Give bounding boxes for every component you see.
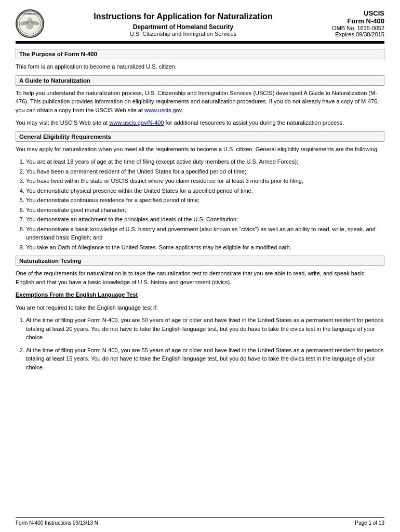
eligibility-title: General Eligibility Requirements — [19, 134, 111, 140]
guide-section-header: A Guide to Naturalization — [16, 75, 384, 86]
guide-title: A Guide to Naturalization — [19, 77, 90, 84]
guide-para1-text: To help you understand the naturalizatio… — [16, 90, 379, 113]
uscis-label: USCIS — [317, 9, 384, 17]
testing-title: Naturalization Testing — [19, 258, 81, 264]
guide-para2-post: for additional resources to assist you d… — [164, 119, 344, 126]
list-item: You have been a permanent resident of th… — [26, 167, 384, 176]
footer-left: Form N-400 Instructions 09/13/13 N — [16, 520, 98, 526]
list-item: You demonstrate an attachment to the pri… — [26, 215, 384, 224]
exemptions-list: At the time of filing your Form N-400, y… — [26, 316, 384, 371]
exemption-item-2: At the time of filing your Form N-400, y… — [26, 346, 384, 372]
uscis-gov-link[interactable]: www.uscis.gov — [144, 107, 181, 113]
guide-para2-pre: You may visit the USCIS Web site at — [16, 119, 109, 126]
exemption-item-1: At the time of filing your Form N-400, y… — [26, 316, 384, 342]
dept-name: Department of Homeland Security — [49, 23, 317, 31]
list-item: You are at least 18 years of age at the … — [26, 157, 384, 166]
guide-para1-end: . — [181, 107, 183, 113]
black-divider — [16, 41, 384, 44]
exemptions-title: Exemptions From the English Language Tes… — [16, 290, 384, 299]
guide-para1: To help you understand the naturalizatio… — [16, 89, 384, 115]
purpose-title: The Purpose of Form N-400 — [19, 51, 97, 57]
purpose-body: This form is an application to become a … — [16, 62, 384, 71]
omb-number: OMB No. 1615-0052 — [317, 25, 384, 31]
expires-date: Expires 09/30/2015 — [317, 31, 384, 37]
exemptions-intro: You are not required to take the English… — [16, 303, 384, 312]
form-number: Form N-400 — [317, 17, 384, 25]
footer-right: Page 1 of 13 — [355, 520, 384, 526]
list-item: You take an Oath of Allegiance to the Un… — [26, 243, 384, 252]
page-footer: Form N-400 Instructions 09/13/13 N Page … — [16, 517, 384, 526]
list-item: You demonstrate good moral character; — [26, 206, 384, 215]
dept-sub: U.S. Citizenship and Immigration Service… — [49, 31, 317, 37]
list-item: You demonstrate physical presence within… — [26, 187, 384, 195]
list-item: You demonstrate a basic knowledge of U.S… — [26, 225, 384, 242]
list-item: You have lived within the state or USCIS… — [26, 177, 384, 185]
header-left: U.S. DEPT. OF HOMELAND SECURITY Instruct… — [16, 9, 317, 38]
page: U.S. DEPT. OF HOMELAND SECURITY Instruct… — [0, 0, 400, 532]
header: U.S. DEPT. OF HOMELAND SECURITY Instruct… — [16, 9, 384, 38]
exemptions-title-text: Exemptions From the English Language Tes… — [16, 291, 138, 298]
header-center: Instructions for Application for Natural… — [49, 11, 317, 37]
eligibility-intro: You may apply for naturalization when yo… — [16, 145, 384, 154]
page-title: Instructions for Application for Natural… — [49, 12, 317, 21]
uscis-seal: U.S. DEPT. OF HOMELAND SECURITY — [16, 9, 44, 38]
list-item: You demonstrate continuous residence for… — [26, 196, 384, 205]
svg-text:U.S. DEPT. OF HOMELAND SECURIT: U.S. DEPT. OF HOMELAND SECURITY — [17, 13, 43, 15]
svg-point-5 — [28, 18, 32, 22]
header-right: USCIS Form N-400 OMB No. 1615-0052 Expir… — [317, 9, 384, 37]
testing-intro: One of the requirements for naturalizati… — [16, 269, 384, 286]
uscis-n400-link[interactable]: www.uscis.gov/N-400 — [109, 119, 164, 126]
eligibility-section-header: General Eligibility Requirements — [16, 131, 384, 142]
purpose-section-header: The Purpose of Form N-400 — [16, 49, 384, 59]
eligibility-list: You are at least 18 years of age at the … — [26, 157, 384, 251]
testing-section-header: Naturalization Testing — [16, 256, 384, 266]
guide-para2: You may visit the USCIS Web site at www.… — [16, 118, 384, 127]
